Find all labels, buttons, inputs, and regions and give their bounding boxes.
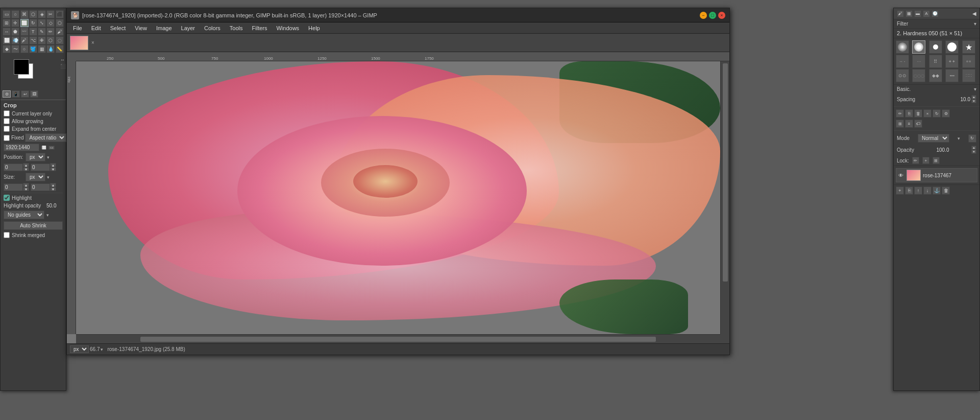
menu-layer[interactable]: Layer — [177, 24, 200, 32]
menu-colors[interactable]: Colors — [200, 24, 225, 32]
scrollbar-v-thumb[interactable] — [723, 63, 728, 282]
action-pencil-btn[interactable]: ✏ — [896, 109, 904, 118]
size-y-input[interactable] — [31, 183, 50, 191]
brush-cell-soft[interactable] — [896, 40, 909, 54]
layer-delete-btn[interactable]: 🗑 — [942, 186, 950, 195]
tool-heal[interactable]: ✙ — [38, 36, 46, 44]
brush-cell-s5[interactable]: ●● — [962, 55, 975, 68]
tool-rect-select[interactable]: ▭ — [3, 10, 11, 18]
brushes-icon[interactable]: 🖌 — [897, 10, 904, 17]
tab-tool-options[interactable]: ⚙ — [3, 90, 11, 98]
scrollbar-h-thumb[interactable] — [140, 337, 656, 342]
menu-select[interactable]: Select — [106, 24, 130, 32]
spacing-down[interactable]: ▼ — [971, 99, 976, 103]
tool-paintbrush[interactable]: 🖌 — [56, 28, 64, 36]
tool-gradient[interactable]: ▦ — [38, 45, 46, 53]
lock-draw-btn[interactable]: + — [922, 157, 929, 164]
tool-scale[interactable]: ⤡ — [38, 19, 46, 27]
tool-scissors[interactable]: ✂ — [46, 10, 55, 18]
position-unit-dropdown[interactable]: px % — [26, 153, 45, 161]
tool-pencil[interactable]: ✏ — [46, 28, 55, 36]
close-button[interactable]: × — [718, 12, 725, 19]
panel-expand-icon[interactable]: ◀ — [972, 11, 976, 16]
clock-icon[interactable]: 🕐 — [932, 10, 939, 17]
tool-sharpen[interactable]: ◆ — [3, 45, 11, 53]
action-grid-btn[interactable]: ⊞ — [896, 120, 904, 128]
tool-select-by-color[interactable]: ◈ — [38, 10, 46, 18]
auto-shrink-button[interactable]: Auto Shrink — [4, 221, 63, 230]
tool-bucket[interactable]: 🪣 — [29, 45, 37, 53]
size-x-up[interactable]: ▲ — [23, 183, 29, 187]
opacity-up[interactable]: ▲ — [971, 146, 976, 150]
fonts-icon[interactable]: A — [923, 10, 930, 17]
size-unit-dropdown[interactable]: px % — [26, 173, 45, 181]
menu-tools[interactable]: Tools — [226, 24, 247, 32]
tool-perspective-clone[interactable]: ⬡ — [46, 36, 55, 44]
action-list-btn[interactable]: ≡ — [905, 120, 913, 128]
action-delete-btn[interactable]: 🗑 — [914, 109, 922, 118]
layer-duplicate-btn[interactable]: ⎘ — [905, 186, 913, 195]
layer-down-btn[interactable]: ↓ — [923, 186, 932, 195]
size-y-up[interactable]: ▲ — [50, 183, 56, 187]
tool-flip[interactable]: ↔ — [3, 28, 11, 36]
menu-file[interactable]: File — [69, 24, 86, 32]
mode-select[interactable]: Normal Multiply Screen — [918, 134, 949, 143]
size-x-input[interactable] — [4, 183, 23, 191]
layer-new-btn[interactable]: + — [896, 186, 904, 195]
tool-shear[interactable]: ◇ — [46, 19, 55, 27]
brush-cell-s10[interactable]: ∷∷ — [962, 69, 975, 82]
color-swatches[interactable] — [14, 59, 44, 85]
unit-select[interactable]: px % — [70, 345, 89, 353]
swap-colors-icon[interactable]: ↔ — [60, 57, 66, 62]
tool-clone[interactable]: ⌥ — [29, 36, 37, 44]
aspect-ratio-dropdown[interactable]: Aspect ratio Width Height Size — [25, 133, 66, 142]
gradients-icon[interactable]: ▬ — [914, 10, 921, 17]
brush-cell-s2[interactable]: ∙∙∙ — [912, 55, 925, 68]
tool-foreground-select[interactable]: ⬛ — [56, 10, 64, 18]
position-y-down[interactable]: ▼ — [50, 167, 56, 171]
fixed-checkbox[interactable] — [4, 135, 10, 141]
action-tag-btn[interactable]: 🏷 — [914, 120, 922, 128]
brush-cell-hardness50[interactable] — [912, 40, 925, 54]
brush-cell-s3[interactable]: ⠿ — [929, 55, 942, 68]
dimensions-input[interactable] — [4, 144, 39, 151]
patterns-icon[interactable]: ▦ — [905, 10, 913, 17]
zoom-dropdown-arrow[interactable]: ▾ — [101, 347, 103, 352]
reset-colors-icon[interactable]: ⬛ — [60, 64, 66, 69]
tool-measure[interactable]: 📏 — [56, 45, 64, 53]
menu-help[interactable]: Help — [304, 24, 324, 32]
tool-align[interactable]: ⊞ — [3, 19, 11, 27]
size-y-down[interactable]: ▼ — [50, 187, 56, 191]
opacity-down[interactable]: ▼ — [971, 150, 976, 154]
shrink-merged-checkbox[interactable] — [4, 232, 10, 238]
tool-ellipse-select[interactable]: ○ — [11, 10, 19, 18]
lock-alpha-btn[interactable]: ✏ — [912, 157, 919, 164]
mode-extra-btn[interactable]: ↻ — [968, 134, 976, 143]
brush-cell-star[interactable]: ★ — [962, 40, 975, 54]
position-y-up[interactable]: ▲ — [50, 163, 56, 167]
tool-smudge[interactable]: 〜 — [11, 45, 19, 53]
basic-dropdown-arrow[interactable]: ▾ — [974, 86, 976, 92]
menu-filters[interactable]: Filters — [248, 24, 272, 32]
tool-fuzzy-select[interactable]: ⬡ — [29, 10, 37, 18]
dimensions-landscape-btn[interactable]: ▭ — [48, 146, 55, 150]
tool-perspective[interactable]: ⬡ — [56, 19, 64, 27]
brush-cell-hard-small[interactable] — [929, 40, 942, 54]
menu-view[interactable]: View — [131, 24, 151, 32]
tool-blur[interactable]: ◌ — [56, 36, 64, 44]
tab-images[interactable]: 🖼 — [30, 90, 38, 98]
menu-edit[interactable]: Edit — [87, 24, 105, 32]
tool-path[interactable]: ✎ — [38, 28, 46, 36]
tab-undo-history[interactable]: ↩ — [21, 90, 29, 98]
action-refresh-btn[interactable]: ↻ — [933, 109, 941, 118]
brush-cell-s7[interactable]: ◌◌◌ — [912, 69, 925, 82]
layer-anchor-btn[interactable]: ⚓ — [933, 186, 941, 195]
tool-color-picker[interactable]: 💧 — [46, 45, 55, 53]
tool-airbrush[interactable]: 💨 — [11, 36, 19, 44]
menu-windows[interactable]: Windows — [272, 24, 303, 32]
brush-cell-s4[interactable]: ✦✦ — [945, 55, 959, 68]
brush-cell-s9[interactable]: ▪▪▪ — [945, 69, 959, 82]
main-canvas[interactable] — [76, 61, 720, 334]
tool-text[interactable]: T — [29, 28, 37, 36]
position-x-up[interactable]: ▲ — [23, 163, 29, 167]
